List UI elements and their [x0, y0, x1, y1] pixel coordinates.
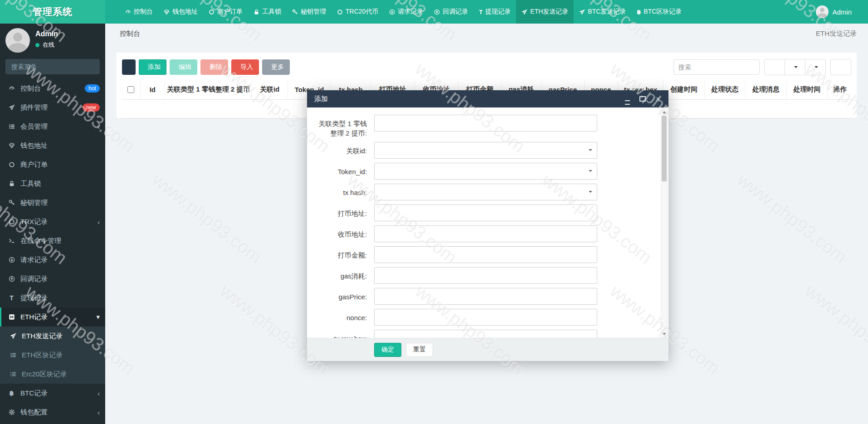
field-select — [374, 142, 597, 159]
nav-item-8[interactable]: T提现记录 — [473, 0, 516, 24]
more-button[interactable]: 更多 — [262, 59, 290, 75]
chevron-down-icon: ▾ — [96, 313, 100, 321]
sidebar-subitem-0[interactable]: ETH发送记录 — [0, 327, 105, 346]
nav-item-2[interactable]: 商户订单 — [203, 0, 248, 24]
field-input — [374, 267, 597, 284]
dialog-titlebar[interactable]: 添加 × — [307, 90, 668, 107]
nav-item-7[interactable]: 回调记录 — [429, 0, 473, 24]
sidebar-item-6[interactable]: 秘钥管理 — [0, 193, 105, 212]
sidebar-item-4[interactable]: 商户订单 — [0, 155, 105, 174]
sidebar-item-label: 回调记录 — [20, 275, 100, 283]
clear-cache-button[interactable] — [776, 0, 788, 24]
maximize-button[interactable] — [639, 96, 646, 102]
select-all-checkbox[interactable] — [127, 86, 134, 93]
close-button[interactable]: × — [655, 96, 661, 102]
text-value[interactable] — [374, 115, 597, 132]
field-input — [374, 225, 597, 242]
sidebar-item-9[interactable]: 请求记录 — [0, 250, 105, 269]
ok-button[interactable]: 确定 — [374, 343, 401, 357]
chevron-left-icon: ‹ — [98, 218, 100, 226]
select-value[interactable] — [374, 163, 597, 180]
minimize-button[interactable] — [624, 96, 630, 102]
sidebar-subitem-1[interactable]: ETH区块记录 — [0, 346, 105, 365]
arrow-up-circle-icon — [7, 276, 16, 282]
sidebar-item-3[interactable]: 钱包地址 — [0, 136, 105, 155]
export-button[interactable] — [805, 59, 826, 75]
text-value[interactable] — [374, 225, 597, 242]
breadcrumb: 控制台 ETH发送记录 — [105, 24, 868, 44]
check-update-button[interactable] — [788, 0, 800, 24]
scrollbar-thumb[interactable] — [662, 116, 667, 181]
home-button[interactable] — [764, 0, 776, 24]
text-value[interactable] — [374, 267, 597, 284]
form-row-7: gas消耗: — [312, 267, 643, 284]
sidebar-item-1[interactable]: 插件管理new — [0, 98, 105, 117]
sidebar-menu: 控制台hot插件管理new会员管理‹钱包地址商户订单工具锁秘钥管理TRX记录‹在… — [0, 79, 105, 422]
field-label: 关联类型 1 零钱整理 2 提币: — [312, 115, 367, 138]
sidebar-item-label: 插件管理 — [20, 103, 78, 112]
nav-item-10[interactable]: BTC发送记录 — [574, 0, 631, 24]
text-value[interactable] — [374, 246, 597, 263]
sidebar-item-12[interactable]: ETH记录▾ — [0, 307, 105, 327]
list-alt-icon — [9, 371, 17, 377]
sidebar-item-0[interactable]: 控制台hot — [0, 79, 105, 98]
sidebar-item-label: ETH发送记录 — [22, 332, 100, 341]
dialog-scrollbar[interactable] — [661, 108, 668, 338]
select-value[interactable] — [374, 184, 597, 200]
import-button[interactable]: 导入 — [231, 59, 259, 75]
nav-item-11[interactable]: ฿BTC区块记录 — [631, 0, 687, 24]
sidebar-item-14[interactable]: 钱包配置‹ — [0, 403, 105, 422]
sidebar-toggle[interactable] — [105, 0, 120, 24]
sidebar-item-7[interactable]: TRX记录‹ — [0, 212, 105, 231]
nav-item-5[interactable]: TRC20代币 — [332, 0, 384, 24]
sidebar-item-5[interactable]: 工具锁 — [0, 174, 105, 193]
nav-item-label: 回调记录 — [443, 8, 468, 16]
sidebar-subitem-2[interactable]: Erc20区块记录 — [0, 365, 105, 384]
scroll-up-icon[interactable] — [661, 109, 667, 115]
form-row-2: Token_id: — [312, 163, 643, 180]
sidebar-item-10[interactable]: 回调记录 — [0, 269, 105, 288]
select-value[interactable] — [374, 142, 597, 159]
column-header-2: 关联id — [251, 80, 288, 100]
add-button[interactable]: 添加 — [139, 59, 166, 75]
menu-search-input[interactable] — [5, 59, 100, 74]
add-form: 关联类型 1 零钱整理 2 提币:关联id:Token_id:tx hash:打… — [312, 115, 643, 338]
paging-toggle-button[interactable] — [764, 59, 785, 75]
settings-button[interactable] — [856, 0, 868, 24]
text-value[interactable] — [374, 288, 597, 305]
refresh-button[interactable] — [122, 59, 136, 75]
nav-item-0[interactable]: 控制台 — [120, 0, 158, 24]
nav-item-1[interactable]: 钱包地址 — [158, 0, 203, 24]
chevron-left-icon: ‹ — [98, 123, 100, 131]
columns-button[interactable] — [785, 59, 805, 75]
nav-item-3[interactable]: 工具锁 — [248, 0, 287, 24]
sidebar-item-8[interactable]: 在线命令管理 — [0, 231, 105, 250]
nav-item-6[interactable]: 请求记录 — [384, 0, 429, 24]
text-value[interactable] — [374, 330, 597, 338]
online-status-label: 在线 — [43, 41, 54, 49]
form-row-6: 打币金额: — [312, 246, 643, 263]
edit-button[interactable]: 编辑 — [170, 59, 197, 75]
dialog-title: 添加 — [314, 95, 328, 103]
search-toggle-button[interactable] — [830, 59, 851, 75]
nav-item-4[interactable]: 秘钥管理 — [287, 0, 332, 24]
reset-button[interactable]: 重置 — [406, 343, 433, 357]
dialog-body: 关联类型 1 零钱整理 2 提币:关联id:Token_id:tx hash:打… — [307, 107, 668, 338]
fullscreen-button[interactable] — [800, 0, 811, 24]
breadcrumb-label: 控制台 — [120, 29, 140, 38]
breadcrumb-home[interactable]: 控制台 — [117, 29, 140, 38]
sidebar-item-11[interactable]: T提现记录 — [0, 288, 105, 307]
table-search-input[interactable] — [673, 59, 760, 75]
text-value[interactable] — [374, 309, 597, 326]
nav-item-9[interactable]: ETH发送记录 — [516, 0, 574, 24]
nav-item-label: 钱包地址 — [172, 8, 198, 16]
sidebar-item-13[interactable]: ฿BTC记录‹ — [0, 384, 105, 403]
nav-item-label: 请求记录 — [398, 8, 423, 16]
sidebar-item-2[interactable]: 会员管理‹ — [0, 117, 105, 136]
nav-item-label: ETH发送记录 — [530, 8, 568, 16]
text-value[interactable] — [374, 205, 597, 221]
field-select — [374, 163, 597, 180]
user-menu[interactable]: Admin — [811, 0, 856, 24]
delete-button[interactable]: 删除 — [200, 59, 228, 75]
scroll-down-icon[interactable] — [661, 331, 667, 337]
